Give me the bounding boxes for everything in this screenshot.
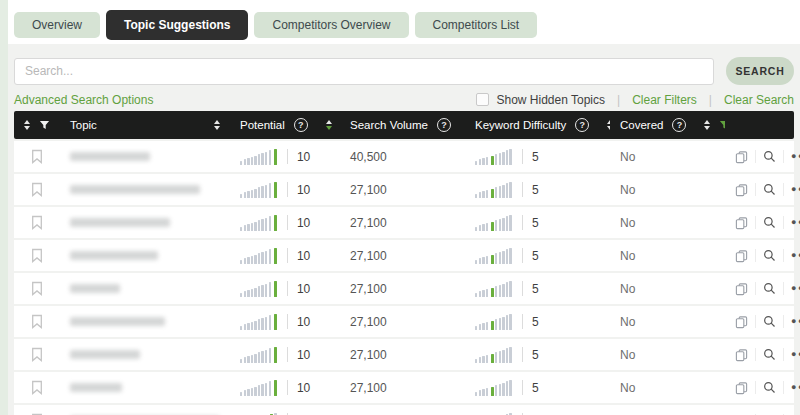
covered-value: No	[620, 183, 635, 197]
column-header-actions	[725, 111, 794, 139]
search-magnifier-icon[interactable]	[763, 249, 776, 262]
bookmark-icon[interactable]	[31, 248, 43, 263]
search-magnifier-icon[interactable]	[763, 348, 776, 361]
bookmark-icon[interactable]	[31, 347, 43, 362]
table-row: 10 27,100 5 No ●●●	[14, 207, 794, 238]
search-volume-value: 27,100	[350, 348, 387, 362]
copy-icon[interactable]	[735, 249, 748, 263]
sort-icon[interactable]	[326, 120, 332, 130]
divider	[522, 149, 523, 164]
divider	[755, 315, 756, 328]
column-header-search-volume: Search Volume ?	[340, 111, 465, 139]
divider	[783, 183, 784, 196]
bookmark-icon[interactable]	[31, 149, 43, 164]
topic-redacted-text	[70, 218, 170, 227]
bookmark-icon[interactable]	[31, 380, 43, 395]
keyword-difficulty-bars-icon	[475, 181, 513, 198]
search-volume-value: 27,100	[350, 183, 387, 197]
copy-icon[interactable]	[735, 183, 748, 197]
copy-icon[interactable]	[735, 282, 748, 296]
divider	[287, 347, 288, 362]
table-header: Topic Potential ? Search Volume ?	[14, 111, 794, 139]
search-input[interactable]	[14, 58, 714, 85]
bookmark-icon[interactable]	[31, 281, 43, 296]
keyword-difficulty-value: 5	[532, 348, 539, 362]
potential-value: 10	[297, 381, 310, 395]
help-icon[interactable]: ?	[672, 118, 686, 132]
help-icon[interactable]: ?	[294, 118, 308, 132]
more-options-icon[interactable]: ●●●	[791, 350, 800, 359]
more-options-icon[interactable]: ●●●	[791, 185, 800, 194]
bookmark-icon[interactable]	[31, 314, 43, 329]
topic-redacted-text	[70, 251, 158, 260]
topic-redacted-text	[70, 152, 150, 161]
bookmark-icon[interactable]	[31, 215, 43, 230]
covered-value: No	[620, 150, 635, 164]
divider	[522, 314, 523, 329]
clear-filters-link[interactable]: Clear Filters	[632, 93, 697, 107]
tab-competitors-overview[interactable]: Competitors Overview	[254, 12, 408, 38]
search-magnifier-icon[interactable]	[763, 183, 776, 196]
divider	[783, 216, 784, 229]
show-hidden-topics-label: Show Hidden Topics	[497, 93, 606, 107]
filter-funnel-icon[interactable]	[39, 120, 50, 131]
bookmark-icon[interactable]	[31, 182, 43, 197]
potential-value: 10	[297, 348, 310, 362]
more-options-icon[interactable]: ●●●	[791, 383, 800, 392]
covered-value: No	[620, 216, 635, 230]
column-header-covered: Covered ?	[610, 111, 725, 139]
more-options-icon[interactable]: ●●●	[791, 284, 800, 293]
sort-icon[interactable]	[24, 120, 30, 130]
sort-icon[interactable]	[704, 120, 710, 130]
divider	[522, 248, 523, 263]
advanced-search-options-link[interactable]: Advanced Search Options	[14, 93, 153, 107]
more-options-icon[interactable]: ●●●	[791, 317, 800, 326]
search-button[interactable]: SEARCH	[726, 57, 794, 85]
table-row: 10 27,100 5 No ●●●	[14, 273, 794, 304]
copy-icon[interactable]	[735, 216, 748, 230]
tab-topic-suggestions[interactable]: Topic Suggestions	[106, 10, 248, 40]
copy-icon[interactable]	[735, 150, 748, 164]
copy-icon[interactable]	[735, 348, 748, 362]
search-magnifier-icon[interactable]	[763, 282, 776, 295]
left-accent-strip	[0, 0, 8, 415]
copy-icon[interactable]	[735, 315, 748, 329]
search-magnifier-icon[interactable]	[763, 315, 776, 328]
potential-value: 10	[297, 183, 310, 197]
search-magnifier-icon[interactable]	[763, 381, 776, 394]
search-magnifier-icon[interactable]	[763, 216, 776, 229]
search-links-row: Advanced Search Options Show Hidden Topi…	[14, 92, 794, 107]
more-options-icon[interactable]: ●●●	[791, 152, 800, 161]
covered-value: No	[620, 315, 635, 329]
search-volume-value: 27,100	[350, 249, 387, 263]
help-icon[interactable]: ?	[437, 118, 451, 132]
sort-icon[interactable]	[214, 120, 220, 130]
divider	[783, 282, 784, 295]
search-volume-value: 27,100	[350, 282, 387, 296]
tab-overview[interactable]: Overview	[14, 12, 100, 38]
clear-search-link[interactable]: Clear Search	[724, 93, 794, 107]
column-header-topic: Topic	[60, 111, 230, 139]
tab-competitors-list[interactable]: Competitors List	[415, 12, 538, 38]
help-icon[interactable]: ?	[575, 118, 589, 132]
search-magnifier-icon[interactable]	[763, 150, 776, 163]
show-hidden-topics-checkbox[interactable]	[476, 93, 489, 106]
potential-bars-icon	[240, 313, 278, 330]
copy-icon[interactable]	[735, 381, 748, 395]
divider	[287, 182, 288, 197]
divider	[783, 381, 784, 394]
divider	[287, 314, 288, 329]
divider	[522, 182, 523, 197]
table-row: 9.49 18,100 5 No ●●●	[14, 405, 794, 415]
more-options-icon[interactable]: ●●●	[791, 251, 800, 260]
potential-value: 10	[297, 216, 310, 230]
keyword-difficulty-bars-icon	[475, 313, 513, 330]
search-section: SEARCH	[14, 57, 794, 85]
keyword-difficulty-bars-icon	[475, 379, 513, 396]
potential-bars-icon	[240, 148, 278, 165]
divider	[755, 348, 756, 361]
potential-bars-icon	[240, 247, 278, 264]
keyword-difficulty-value: 5	[532, 315, 539, 329]
divider: |	[709, 93, 712, 107]
more-options-icon[interactable]: ●●●	[791, 218, 800, 227]
